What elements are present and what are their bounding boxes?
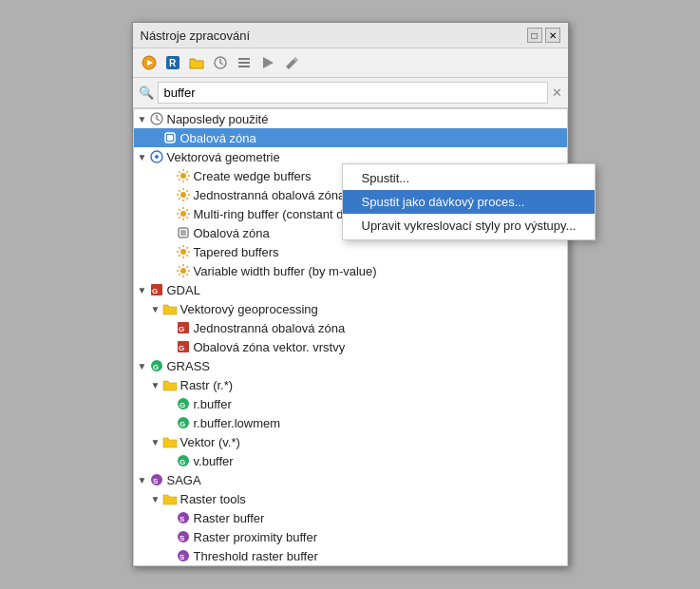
tree-item-label: r.buffer xyxy=(194,397,563,411)
tree-item-label: Vektor (v.*) xyxy=(180,435,563,449)
context-menu-edit-styles[interactable]: Upravit vykreslovací styly pro výstupy..… xyxy=(343,214,596,238)
svg-marker-8 xyxy=(263,57,274,68)
tree-item-vektor[interactable]: ▼Vektor (v.*) xyxy=(134,432,567,451)
tree-item-threshold-raster-buffer[interactable]: SThreshold raster buffer xyxy=(134,546,567,565)
context-menu-run-batch[interactable]: Spustit jako dávkový proces... xyxy=(343,190,596,214)
tree-item-label: Jednostranná obalová zóna xyxy=(194,321,563,335)
vector-icon xyxy=(149,149,164,164)
expand-arrow xyxy=(162,169,176,182)
svg-text:G: G xyxy=(180,420,185,428)
expand-arrow: ▼ xyxy=(149,492,162,505)
gdal-icon: G xyxy=(176,339,191,354)
tree-item-grass[interactable]: ▼GGRASS xyxy=(134,356,567,375)
tree-item-jednostranna-gdal[interactable]: GJednostranná obalová zóna xyxy=(134,318,567,337)
window-title: Nástroje zpracování xyxy=(141,28,251,43)
menu-icon[interactable] xyxy=(234,52,255,73)
expand-arrow xyxy=(149,131,162,144)
tree-item-vektorovy-geoprocessing[interactable]: ▼Vektorový geoprocessing xyxy=(134,299,567,318)
tree-item-rastr[interactable]: ▼Rastr (r.*) xyxy=(134,375,567,394)
clock-icon xyxy=(149,111,164,126)
tree-item-saga[interactable]: ▼SSAGA xyxy=(134,470,567,489)
edit-icon[interactable] xyxy=(281,52,302,73)
folder-icon xyxy=(162,491,178,506)
obalova-icon xyxy=(176,225,191,240)
tree-item-r-buffer[interactable]: Gr.buffer xyxy=(134,394,567,413)
folder-icon xyxy=(162,301,178,316)
tree-item-label: Vektorová geometrie xyxy=(167,150,563,164)
search-icon: 🔍 xyxy=(139,86,154,100)
expand-arrow xyxy=(162,530,176,543)
tree-item-label: Tapered buffers xyxy=(194,245,563,259)
tree-item-obalova-zona-1[interactable]: Obalová zóna xyxy=(134,128,567,147)
history-icon[interactable] xyxy=(210,52,231,73)
svg-point-14 xyxy=(180,173,186,179)
gear-icon xyxy=(176,263,191,278)
tree-item-label: r.buffer.lowmem xyxy=(194,416,563,430)
expand-arrow xyxy=(162,454,176,467)
context-menu: Spustit...Spustit jako dávkový proces...… xyxy=(342,163,596,240)
tree-item-r-buffer-lowmem[interactable]: Gr.buffer.lowmem xyxy=(134,413,567,432)
svg-text:G: G xyxy=(180,401,185,409)
play-icon[interactable] xyxy=(257,52,278,73)
expand-arrow xyxy=(162,207,176,220)
tree-item-label: Naposledy použité xyxy=(167,112,563,126)
tree-item-recently-used[interactable]: ▼Naposledy použité xyxy=(134,109,567,128)
folder-icon[interactable] xyxy=(186,52,207,73)
expand-arrow: ▼ xyxy=(136,112,149,125)
search-clear-button[interactable]: ✕ xyxy=(552,86,562,100)
tree-item-obalova-zona-vektor[interactable]: GObalová zóna vektor. vrstvy xyxy=(134,337,567,356)
svg-text:G: G xyxy=(179,325,184,333)
expand-arrow: ▼ xyxy=(149,435,162,448)
tree-item-variable-width-buffer[interactable]: Variable width buffer (by m-value) xyxy=(134,261,567,280)
tree-item-label: Rastr (r.*) xyxy=(180,378,563,392)
tree-item-label: Raster buffer xyxy=(194,511,563,525)
expand-arrow: ▼ xyxy=(149,378,162,391)
svg-text:G: G xyxy=(153,363,159,371)
tree-item-label: GRASS xyxy=(167,359,563,373)
svg-point-19 xyxy=(180,249,186,255)
saga-icon: S xyxy=(149,472,164,487)
expand-arrow xyxy=(162,226,176,239)
expand-arrow xyxy=(162,416,176,429)
expand-arrow xyxy=(162,549,176,562)
expand-arrow xyxy=(162,511,176,524)
toolbar: R xyxy=(133,48,568,78)
search-bar: 🔍 ✕ xyxy=(133,78,568,108)
tree-item-raster-tools[interactable]: ▼Raster tools xyxy=(134,489,567,508)
expand-arrow xyxy=(162,264,176,277)
minimize-button[interactable]: □ xyxy=(527,28,542,43)
tree-item-label: Raster proximity buffer xyxy=(194,530,563,544)
obalova-icon xyxy=(162,130,178,145)
tree-item-label: Obalová zóna vektor. vrstvy xyxy=(194,340,563,354)
svg-text:S: S xyxy=(180,534,185,542)
r-icon[interactable]: R xyxy=(162,52,183,73)
svg-text:G: G xyxy=(180,458,185,466)
tree-item-gdal[interactable]: ▼GGDAL xyxy=(134,280,567,299)
gear-icon xyxy=(176,187,191,202)
tree-item-tapered-buffers[interactable]: Tapered buffers xyxy=(134,242,567,261)
expand-arrow xyxy=(162,245,176,258)
gear-icon xyxy=(176,244,191,259)
expand-arrow: ▼ xyxy=(136,359,149,372)
svg-text:S: S xyxy=(180,553,185,561)
run-icon[interactable] xyxy=(139,52,160,73)
grass-icon: G xyxy=(176,453,191,468)
tree-item-raster-proximity-buffer[interactable]: SRaster proximity buffer xyxy=(134,527,567,546)
svg-text:S: S xyxy=(153,477,159,485)
svg-rect-11 xyxy=(167,135,173,141)
tree-item-label: Vektorový geoprocessing xyxy=(180,302,563,316)
close-button[interactable]: ✕ xyxy=(545,28,560,43)
svg-text:R: R xyxy=(169,58,177,68)
tree-item-v-buffer[interactable]: Gv.buffer xyxy=(134,451,567,470)
saga-icon: S xyxy=(176,510,191,525)
folder-icon xyxy=(162,377,178,392)
tree-item-label: Obalová zóna xyxy=(180,131,563,145)
tree-item-label: GDAL xyxy=(167,283,563,297)
context-menu-run[interactable]: Spustit... xyxy=(343,166,596,190)
tree-item-raster-buffer[interactable]: SRaster buffer xyxy=(134,508,567,527)
search-input[interactable] xyxy=(158,82,548,104)
expand-arrow: ▼ xyxy=(149,302,162,315)
svg-text:G: G xyxy=(152,287,158,295)
svg-point-13 xyxy=(155,155,159,159)
gear-icon xyxy=(176,206,191,221)
